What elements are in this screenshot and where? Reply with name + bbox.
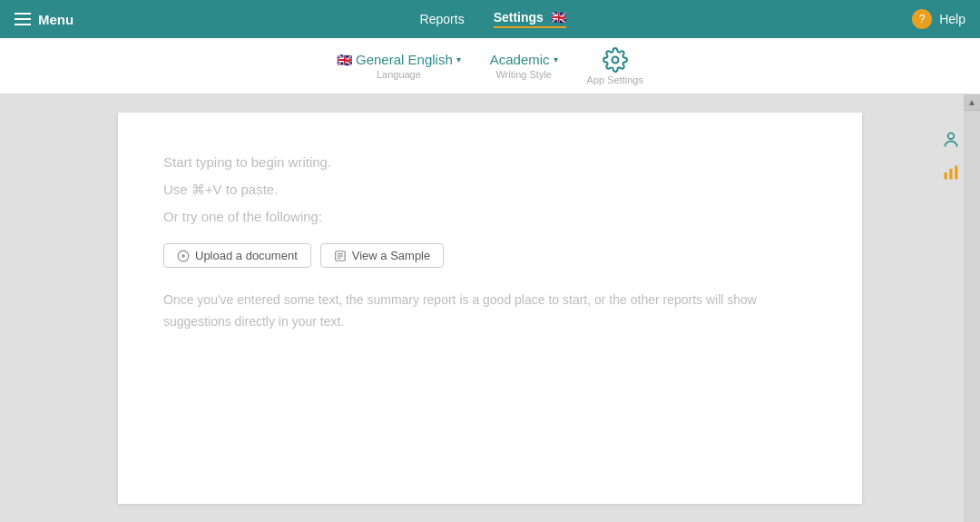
svg-point-8 bbox=[948, 133, 955, 140]
chart-icon[interactable] bbox=[940, 162, 962, 183]
main-content: Start typing to begin writing. Use ⌘+V t… bbox=[0, 94, 980, 522]
hamburger-icon[interactable] bbox=[15, 13, 31, 25]
help-label[interactable]: Help bbox=[939, 12, 965, 26]
upload-document-button[interactable]: Upload a document bbox=[163, 243, 311, 268]
svg-rect-9 bbox=[945, 172, 947, 180]
top-navigation: Menu Reports Settings 🇬🇧 ? Help bbox=[0, 0, 980, 38]
language-selector[interactable]: 🇬🇧 General English ▾ Language bbox=[337, 52, 461, 80]
toolbar: 🇬🇧 General English ▾ Language Academic ▾… bbox=[0, 38, 980, 94]
hint-text: Once you've entered some text, the summa… bbox=[163, 290, 799, 333]
view-sample-button[interactable]: View a Sample bbox=[320, 243, 444, 268]
writing-style-label: Writing Style bbox=[495, 69, 552, 80]
gear-icon bbox=[603, 47, 628, 73]
svg-point-0 bbox=[612, 56, 618, 63]
scroll-up-button[interactable]: ▲ bbox=[964, 94, 980, 111]
menu-label[interactable]: Menu bbox=[38, 12, 74, 27]
document-area: Start typing to begin writing. Use ⌘+V t… bbox=[0, 94, 980, 522]
writing-style-chevron-down-icon: ▾ bbox=[554, 54, 558, 64]
person-icon[interactable] bbox=[940, 129, 962, 151]
svg-rect-10 bbox=[949, 169, 952, 180]
settings-link[interactable]: Settings 🇬🇧 bbox=[494, 10, 566, 28]
placeholder-line1: Start typing to begin writing. bbox=[163, 149, 817, 176]
writing-style-value: Academic bbox=[490, 52, 550, 67]
nav-center: Reports Settings 🇬🇧 bbox=[420, 10, 566, 28]
writing-style-selector[interactable]: Academic ▾ Writing Style bbox=[490, 52, 558, 80]
menu-section[interactable]: Menu bbox=[15, 12, 74, 27]
flag-icon: 🇬🇧 bbox=[337, 53, 352, 67]
placeholder-line2: Use ⌘+V to paste. bbox=[163, 176, 817, 203]
reports-link[interactable]: Reports bbox=[420, 12, 465, 26]
upload-icon bbox=[177, 250, 190, 262]
action-buttons: Upload a document View a Sample bbox=[163, 243, 817, 268]
language-label: Language bbox=[377, 69, 421, 80]
scrollbar: ▲ bbox=[964, 94, 980, 522]
nav-right: ? Help bbox=[912, 9, 965, 29]
app-settings-label: App Settings bbox=[587, 74, 643, 85]
svg-rect-11 bbox=[955, 166, 957, 180]
side-icons bbox=[938, 94, 964, 522]
language-chevron-down-icon: ▾ bbox=[456, 54, 461, 64]
document-paper[interactable]: Start typing to begin writing. Use ⌘+V t… bbox=[118, 113, 862, 504]
app-settings-button[interactable]: App Settings bbox=[587, 47, 643, 85]
language-value: General English bbox=[356, 52, 453, 67]
placeholder-line3: Or try one of the following: bbox=[163, 203, 817, 231]
help-badge[interactable]: ? bbox=[912, 9, 932, 29]
sample-icon bbox=[334, 250, 347, 262]
